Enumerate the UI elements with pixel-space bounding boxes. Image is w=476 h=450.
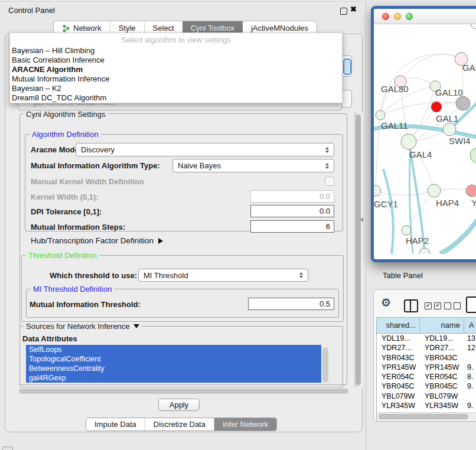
columns-icon[interactable] — [404, 299, 418, 312]
apply-button[interactable]: Apply — [158, 399, 200, 411]
close-window-icon[interactable] — [382, 13, 389, 20]
table-row[interactable]: YDL19...YDL19...13 — [377, 334, 476, 343]
settings-horizontal-scrollbar-thumb[interactable] — [19, 389, 348, 394]
control-panel-title: Control Panel — [8, 6, 55, 15]
kernel-width-input[interactable] — [250, 190, 334, 203]
which-threshold-value: MI Threshold — [144, 271, 296, 280]
node-label: GAL11 — [381, 120, 408, 131]
node-gal4[interactable] — [401, 134, 416, 149]
node-gray[interactable] — [456, 96, 470, 110]
data-attributes-label: Data Attributes — [22, 334, 77, 343]
mi-threshold-input[interactable] — [248, 298, 334, 310]
cyni-algorithm-settings-title: Cyni Algorithm Settings — [24, 110, 107, 119]
node-hap4[interactable] — [428, 184, 441, 197]
attribute-item-betweennesscentrality[interactable]: BetweennessCentrality — [26, 364, 321, 373]
table-row[interactable]: YPR145WYPR145W9. — [377, 363, 476, 372]
settings-vertical-scrollbar-thumb[interactable] — [356, 115, 361, 385]
dropdown-item-basic-correlation[interactable]: Basic Correlation Inference — [12, 56, 105, 64]
tab-discretize-data[interactable]: Discretize Data — [145, 418, 214, 431]
tab-infer-network[interactable]: Infer Network — [214, 418, 276, 431]
network-view-window[interactable]: GAL GAL80 GAL10 GAL1 GAL11 SWI4 GAL4 GCY… — [371, 6, 476, 262]
tab-style-label: Style — [119, 24, 136, 32]
node-table: shared... name A YDL19...YDL19...13 YDR2… — [376, 317, 476, 422]
mi-steps-label: Mutual Information Steps: — [31, 223, 125, 231]
close-panel-icon[interactable]: ✖ — [350, 5, 357, 14]
table-header-row: shared... name A — [377, 318, 476, 334]
table-row[interactable]: YLR345WYLR345W9. — [377, 401, 476, 410]
algorithm-definition-title: Algorithm Definition — [30, 130, 101, 139]
dpi-tolerance-label: DPI Tolerance [0,1]: — [31, 207, 102, 216]
table-row[interactable]: YBR043CYBR043C — [377, 353, 476, 363]
zoom-window-icon[interactable] — [406, 13, 413, 20]
stepper-icon — [299, 272, 303, 278]
algorithm-dropdown-placeholder: Select algorithm to view settings — [10, 35, 342, 44]
column-header-shared-name[interactable]: shared... — [377, 318, 420, 333]
aracne-mode-label: Aracne Mode: — [31, 145, 81, 154]
table-horizontal-scrollbar-thumb[interactable] — [379, 414, 468, 419]
network-window-titlebar[interactable] — [374, 9, 476, 24]
sources-title[interactable]: Sources for Network Inference — [24, 322, 142, 331]
table-row[interactable]: YBR045CYBR045C9. — [377, 381, 476, 391]
node-gal11[interactable] — [376, 110, 385, 120]
node-label: Y — [471, 198, 476, 208]
combobox-stepper-focused[interactable] — [343, 58, 351, 75]
minimize-window-icon[interactable] — [394, 13, 401, 20]
network-canvas[interactable]: GAL GAL80 GAL10 GAL1 GAL11 SWI4 GAL4 GCY… — [374, 24, 476, 254]
tab-select-label: Select — [153, 24, 174, 32]
dropdown-item-aracne[interactable]: ARACNE Algorithm — [12, 65, 83, 74]
table-row[interactable]: YDR27...YDR27...12 — [377, 343, 476, 353]
table-function-icon[interactable] — [466, 296, 476, 313]
bottom-left-partial-icon[interactable] — [2, 446, 13, 450]
node-gal1[interactable] — [443, 123, 456, 136]
threshold-definition-title: Threshold Definition — [26, 251, 99, 260]
mi-steps-input[interactable] — [250, 220, 334, 233]
dropdown-item-bayesian-k2[interactable]: Bayesian – K2 — [12, 84, 61, 93]
mi-algorithm-type-combobox[interactable]: Naive Bayes — [172, 159, 334, 172]
dropdown-item-dream8[interactable]: Dream8 DC_TDC Algorithm — [12, 93, 106, 102]
column-header-partial[interactable]: A — [464, 318, 476, 333]
which-threshold-combobox[interactable]: MI Threshold — [138, 269, 308, 282]
table-row[interactable]: YER054CYER054C8. — [377, 372, 476, 381]
table-row[interactable]: YBL079WYBL079W — [377, 392, 476, 401]
deselect-all-checkboxes-icon[interactable] — [444, 302, 461, 309]
tab-jactivemnodules-label: jActiveMNodules — [251, 24, 308, 32]
dropdown-item-mutual-information[interactable]: Mutual Information Inference — [12, 74, 109, 83]
collapse-left-icon[interactable] — [360, 217, 363, 222]
float-panel-icon[interactable] — [340, 8, 347, 15]
settings-horizontal-scrollbar[interactable] — [17, 387, 352, 395]
top-divider — [0, 1, 367, 2]
node-label: GAL80 — [381, 84, 409, 94]
manual-kernel-width-checkbox[interactable] — [325, 177, 334, 186]
column-header-name[interactable]: name — [420, 318, 464, 333]
attributes-scrollbar-thumb[interactable] — [322, 347, 328, 383]
node-partial-top[interactable] — [471, 24, 476, 29]
node-label: GAL1 — [436, 113, 458, 123]
attribute-item-selfloops[interactable]: SelfLoops — [26, 345, 321, 354]
node-right-edge[interactable] — [470, 148, 476, 163]
table-horizontal-scrollbar[interactable] — [377, 412, 476, 420]
stepper-icon — [325, 147, 329, 153]
attribute-item-gal4rgexp[interactable]: gal4RGexp — [26, 373, 321, 383]
node-salmon[interactable] — [466, 185, 476, 197]
mi-algorithm-type-label: Mutual Information Algorithm Type: — [31, 161, 160, 170]
hub-definition-expander[interactable]: Hub/Transcription Factor Definition — [31, 236, 163, 245]
node-hap2[interactable] — [402, 226, 411, 235]
collapse-down-icon[interactable] — [133, 324, 139, 328]
tab-cyni-toolbox-label: Cyni Toolbox — [191, 24, 234, 32]
gear-icon[interactable]: ⚙ — [381, 297, 391, 308]
attribute-item-topologicalcoefficient[interactable]: TopologicalCoefficient — [26, 354, 321, 364]
dpi-tolerance-input[interactable] — [250, 205, 334, 217]
select-all-checkboxes-icon[interactable]: ✓✓ — [425, 302, 441, 309]
bottom-tabbar: Impute Data Discretize Data Infer Networ… — [86, 418, 277, 431]
stepper-icon — [325, 163, 329, 169]
algorithm-combobox-right-fragment[interactable] — [341, 56, 352, 77]
node-red-selected[interactable] — [431, 102, 442, 112]
dropdown-item-bayesian-hill-climbing[interactable]: Bayesian – Hill Climbing — [12, 46, 94, 55]
aracne-mode-combobox[interactable]: Discovery — [76, 143, 334, 156]
tab-impute-data[interactable]: Impute Data — [86, 418, 145, 431]
node-gcy1[interactable] — [374, 185, 381, 196]
node-bottom[interactable] — [419, 248, 430, 254]
panel-divider[interactable] — [366, 0, 366, 450]
expand-right-icon[interactable] — [158, 238, 163, 244]
table-panel-title: Table Panel — [383, 271, 423, 280]
